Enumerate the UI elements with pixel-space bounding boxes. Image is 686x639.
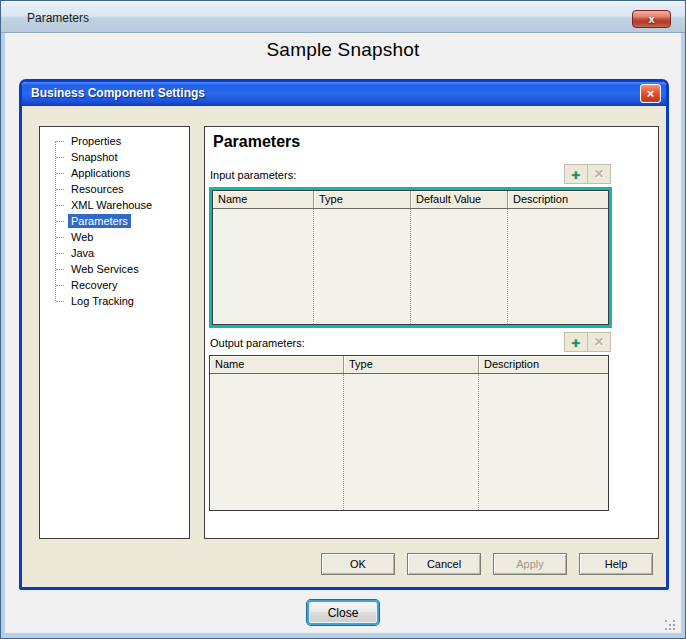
nav-item-applications[interactable]: Applications xyxy=(40,165,189,181)
add-icon: + xyxy=(572,335,581,350)
outer-window: Parameters x Sample Snapshot Business Co… xyxy=(0,0,686,639)
nav-item-label: Snapshot xyxy=(68,150,120,164)
ok-button[interactable]: OK xyxy=(321,553,395,575)
tree-connector-stub xyxy=(56,285,64,286)
dialog-close-button[interactable]: × xyxy=(640,84,661,103)
nav-item-label: Recovery xyxy=(68,278,120,292)
output-delete-button[interactable]: ✕ xyxy=(587,332,611,352)
page-title: Sample Snapshot xyxy=(1,39,685,61)
dialog-action-buttons: OK Cancel Apply Help xyxy=(321,553,653,575)
footer: Close xyxy=(1,600,685,625)
nav-item-label: Parameters xyxy=(68,214,131,228)
tree-connector-stub xyxy=(56,173,64,174)
table-column xyxy=(213,209,314,324)
output-toolbar: + ✕ xyxy=(564,332,611,352)
tree-connector-stub xyxy=(56,157,64,158)
output-add-button[interactable]: + xyxy=(564,332,588,352)
outer-close-button[interactable]: x xyxy=(632,10,671,28)
nav-item-label: Properties xyxy=(68,134,124,148)
table-column xyxy=(344,374,479,510)
input-parameters-label: Input parameters: xyxy=(210,169,296,184)
output-parameters-label: Output parameters: xyxy=(210,337,305,352)
dialog-content: PropertiesSnapshotApplicationsResourcesX… xyxy=(22,106,666,587)
input-add-button[interactable]: + xyxy=(564,164,588,184)
nav-item-label: Web xyxy=(68,230,96,244)
outer-titlebar[interactable]: Parameters x xyxy=(1,1,685,33)
nav-item-resources[interactable]: Resources xyxy=(40,181,189,197)
nav-item-recovery[interactable]: Recovery xyxy=(40,277,189,293)
close-icon: × xyxy=(647,86,655,101)
input-toolbar: + ✕ xyxy=(564,164,611,184)
output-parameters-table[interactable]: NameTypeDescription xyxy=(209,355,609,511)
cancel-button[interactable]: Cancel xyxy=(407,553,481,575)
parameters-panel: Parameters Input parameters: + ✕ Nam xyxy=(204,126,659,539)
add-icon: + xyxy=(572,167,581,182)
tree-connector-stub xyxy=(56,237,64,238)
delete-icon: ✕ xyxy=(594,336,604,348)
nav-item-log-tracking[interactable]: Log Tracking xyxy=(40,293,189,309)
table-column xyxy=(479,374,608,510)
nav-tree: PropertiesSnapshotApplicationsResourcesX… xyxy=(40,133,189,309)
nav-item-label: Resources xyxy=(68,182,127,196)
nav-item-label: Web Services xyxy=(68,262,142,276)
dialog-title: Business Component Settings xyxy=(31,86,205,100)
column-header-type[interactable]: Type xyxy=(344,356,479,373)
table-column xyxy=(314,209,411,324)
close-icon: x xyxy=(648,13,654,25)
nav-item-label: Log Tracking xyxy=(68,294,137,308)
input-delete-button[interactable]: ✕ xyxy=(587,164,611,184)
outer-window-title: Parameters xyxy=(27,11,89,25)
input-table-body[interactable] xyxy=(213,209,608,324)
tree-connector-stub xyxy=(56,253,64,254)
output-table-header: NameTypeDescription xyxy=(210,356,608,374)
nav-item-label: Applications xyxy=(68,166,133,180)
column-header-name[interactable]: Name xyxy=(210,356,344,373)
column-header-type[interactable]: Type xyxy=(314,191,411,208)
apply-button[interactable]: Apply xyxy=(493,553,567,575)
settings-nav-tree: PropertiesSnapshotApplicationsResourcesX… xyxy=(39,126,190,539)
close-button[interactable]: Close xyxy=(307,600,379,625)
input-parameters-table[interactable]: NameTypeDefault ValueDescription xyxy=(212,190,609,325)
tree-connector-stub xyxy=(56,189,64,190)
tree-connector-stub xyxy=(56,221,64,222)
dialog-titlebar[interactable]: Business Component Settings × xyxy=(22,82,666,106)
table-column xyxy=(210,374,344,510)
nav-item-snapshot[interactable]: Snapshot xyxy=(40,149,189,165)
nav-item-label: Java xyxy=(68,246,97,260)
panel-title: Parameters xyxy=(213,133,300,151)
nav-item-label: XML Warehouse xyxy=(68,198,155,212)
output-table-body[interactable] xyxy=(210,374,608,510)
nav-item-web-services[interactable]: Web Services xyxy=(40,261,189,277)
table-column xyxy=(508,209,608,324)
tree-connector-stub xyxy=(56,301,64,302)
business-component-settings-dialog: Business Component Settings × Properties… xyxy=(19,79,669,590)
input-table-header: NameTypeDefault ValueDescription xyxy=(213,191,608,209)
nav-item-java[interactable]: Java xyxy=(40,245,189,261)
column-header-description[interactable]: Description xyxy=(508,191,608,208)
delete-icon: ✕ xyxy=(594,168,604,180)
nav-item-properties[interactable]: Properties xyxy=(40,133,189,149)
nav-item-parameters[interactable]: Parameters xyxy=(40,213,189,229)
resize-grip-icon[interactable] xyxy=(664,619,676,631)
table-column xyxy=(411,209,508,324)
nav-item-web[interactable]: Web xyxy=(40,229,189,245)
column-header-description[interactable]: Description xyxy=(479,356,608,373)
tree-connector-stub xyxy=(56,141,64,142)
nav-item-xml-warehouse[interactable]: XML Warehouse xyxy=(40,197,189,213)
column-header-name[interactable]: Name xyxy=(213,191,314,208)
tree-connector-stub xyxy=(56,205,64,206)
input-parameters-focus-border: NameTypeDefault ValueDescription xyxy=(209,187,612,328)
help-button[interactable]: Help xyxy=(579,553,653,575)
tree-connector-stub xyxy=(56,269,64,270)
column-header-default-value[interactable]: Default Value xyxy=(411,191,508,208)
